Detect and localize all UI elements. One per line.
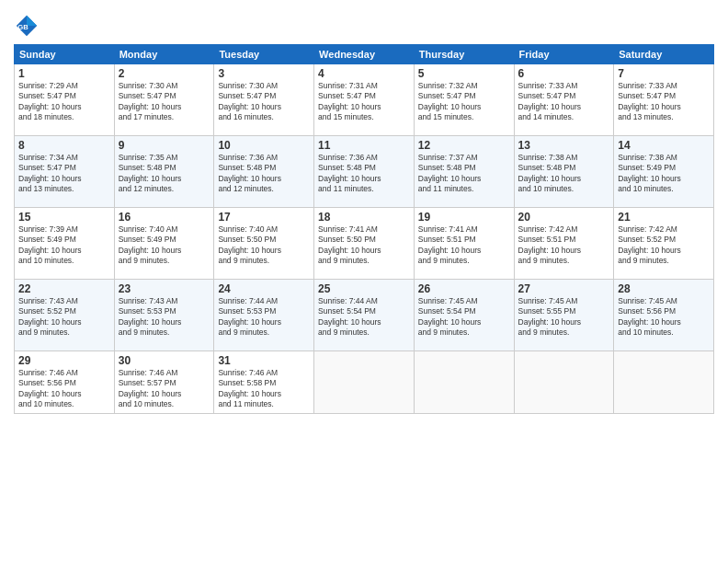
calendar-cell: 23Sunrise: 7:43 AMSunset: 5:53 PMDayligh…	[114, 280, 214, 351]
calendar-cell: 3Sunrise: 7:30 AMSunset: 5:47 PMDaylight…	[214, 64, 314, 136]
day-info: Sunrise: 7:43 AMSunset: 5:52 PMDaylight:…	[18, 296, 110, 339]
day-number: 28	[618, 282, 710, 295]
calendar-header-saturday: Saturday	[614, 45, 714, 64]
day-info: Sunrise: 7:43 AMSunset: 5:53 PMDaylight:…	[119, 296, 210, 339]
day-info: Sunrise: 7:34 AMSunset: 5:47 PMDaylight:…	[18, 153, 110, 195]
day-info: Sunrise: 7:41 AMSunset: 5:50 PMDaylight:…	[318, 224, 410, 267]
day-number: 20	[518, 211, 610, 224]
day-info: Sunrise: 7:42 AMSunset: 5:51 PMDaylight:…	[518, 224, 610, 267]
day-number: 1	[18, 67, 110, 80]
day-info: Sunrise: 7:36 AMSunset: 5:48 PMDaylight:…	[318, 153, 410, 195]
calendar-cell: 7Sunrise: 7:33 AMSunset: 5:47 PMDaylight…	[614, 64, 714, 136]
day-number: 19	[418, 211, 510, 224]
calendar-cell: 2Sunrise: 7:30 AMSunset: 5:47 PMDaylight…	[114, 64, 214, 136]
calendar-cell: 14Sunrise: 7:38 AMSunset: 5:49 PMDayligh…	[614, 136, 714, 208]
calendar-cell: 11Sunrise: 7:36 AMSunset: 5:48 PMDayligh…	[314, 136, 415, 208]
calendar-cell: 4Sunrise: 7:31 AMSunset: 5:47 PMDaylight…	[314, 64, 415, 136]
day-number: 26	[418, 282, 510, 295]
calendar-header-thursday: Thursday	[414, 45, 514, 64]
calendar-header-sunday: Sunday	[15, 45, 115, 64]
day-number: 8	[18, 139, 110, 152]
day-info: Sunrise: 7:32 AMSunset: 5:47 PMDaylight:…	[418, 81, 510, 123]
day-info: Sunrise: 7:30 AMSunset: 5:47 PMDaylight:…	[119, 81, 210, 123]
calendar-cell: 5Sunrise: 7:32 AMSunset: 5:47 PMDaylight…	[414, 64, 514, 136]
svg-text:GB: GB	[17, 23, 28, 31]
calendar-cell: 9Sunrise: 7:35 AMSunset: 5:48 PMDaylight…	[114, 136, 214, 208]
day-number: 9	[119, 139, 210, 152]
day-info: Sunrise: 7:46 AMSunset: 5:56 PMDaylight:…	[18, 368, 110, 410]
calendar-header-wednesday: Wednesday	[314, 45, 415, 64]
day-number: 24	[218, 282, 310, 295]
calendar-cell: 24Sunrise: 7:44 AMSunset: 5:53 PMDayligh…	[214, 280, 314, 351]
day-number: 25	[318, 282, 410, 295]
calendar-header-row: SundayMondayTuesdayWednesdayThursdayFrid…	[15, 45, 714, 64]
day-number: 27	[518, 282, 610, 295]
calendar-cell	[614, 351, 714, 414]
calendar-cell: 12Sunrise: 7:37 AMSunset: 5:48 PMDayligh…	[414, 136, 514, 208]
calendar-cell: 26Sunrise: 7:45 AMSunset: 5:54 PMDayligh…	[414, 280, 514, 351]
day-info: Sunrise: 7:39 AMSunset: 5:49 PMDaylight:…	[18, 224, 110, 267]
day-info: Sunrise: 7:33 AMSunset: 5:47 PMDaylight:…	[518, 81, 610, 123]
day-number: 14	[618, 139, 710, 152]
calendar-cell: 1Sunrise: 7:29 AMSunset: 5:47 PMDaylight…	[15, 64, 115, 136]
day-info: Sunrise: 7:46 AMSunset: 5:57 PMDaylight:…	[119, 368, 210, 410]
calendar-cell: 22Sunrise: 7:43 AMSunset: 5:52 PMDayligh…	[15, 280, 115, 351]
day-info: Sunrise: 7:36 AMSunset: 5:48 PMDaylight:…	[218, 153, 310, 195]
day-number: 30	[119, 354, 210, 367]
calendar-cell: 27Sunrise: 7:45 AMSunset: 5:55 PMDayligh…	[514, 280, 614, 351]
calendar-cell: 20Sunrise: 7:42 AMSunset: 5:51 PMDayligh…	[514, 208, 614, 280]
day-info: Sunrise: 7:31 AMSunset: 5:47 PMDaylight:…	[318, 81, 410, 123]
day-info: Sunrise: 7:44 AMSunset: 5:54 PMDaylight:…	[318, 296, 410, 339]
day-number: 29	[18, 354, 110, 367]
day-info: Sunrise: 7:41 AMSunset: 5:51 PMDaylight:…	[418, 224, 510, 267]
calendar-cell: 15Sunrise: 7:39 AMSunset: 5:49 PMDayligh…	[15, 208, 115, 280]
calendar-cell: 16Sunrise: 7:40 AMSunset: 5:49 PMDayligh…	[114, 208, 214, 280]
day-info: Sunrise: 7:40 AMSunset: 5:49 PMDaylight:…	[119, 224, 210, 267]
day-number: 5	[418, 67, 510, 80]
calendar-cell: 17Sunrise: 7:40 AMSunset: 5:50 PMDayligh…	[214, 208, 314, 280]
day-number: 23	[119, 282, 210, 295]
calendar-cell: 19Sunrise: 7:41 AMSunset: 5:51 PMDayligh…	[414, 208, 514, 280]
header: GB	[14, 9, 714, 39]
day-number: 6	[518, 67, 610, 80]
day-info: Sunrise: 7:42 AMSunset: 5:52 PMDaylight:…	[618, 224, 710, 267]
calendar-cell: 8Sunrise: 7:34 AMSunset: 5:47 PMDaylight…	[15, 136, 115, 208]
calendar-cell	[314, 351, 415, 414]
day-number: 22	[18, 282, 110, 295]
day-info: Sunrise: 7:35 AMSunset: 5:48 PMDaylight:…	[119, 153, 210, 195]
day-info: Sunrise: 7:45 AMSunset: 5:55 PMDaylight:…	[518, 296, 610, 339]
calendar-table: SundayMondayTuesdayWednesdayThursdayFrid…	[14, 44, 714, 414]
day-number: 13	[518, 139, 610, 152]
day-info: Sunrise: 7:30 AMSunset: 5:47 PMDaylight:…	[218, 81, 310, 123]
calendar-header-monday: Monday	[114, 45, 214, 64]
calendar-cell: 30Sunrise: 7:46 AMSunset: 5:57 PMDayligh…	[114, 351, 214, 414]
day-number: 16	[119, 211, 210, 224]
calendar-cell: 31Sunrise: 7:46 AMSunset: 5:58 PMDayligh…	[214, 351, 314, 414]
logo: GB	[14, 13, 41, 39]
calendar-cell: 28Sunrise: 7:45 AMSunset: 5:56 PMDayligh…	[614, 280, 714, 351]
calendar-cell: 6Sunrise: 7:33 AMSunset: 5:47 PMDaylight…	[514, 64, 614, 136]
calendar-cell: 25Sunrise: 7:44 AMSunset: 5:54 PMDayligh…	[314, 280, 415, 351]
day-number: 2	[119, 67, 210, 80]
day-info: Sunrise: 7:37 AMSunset: 5:48 PMDaylight:…	[418, 153, 510, 195]
logo-icon: GB	[14, 13, 40, 39]
day-number: 17	[218, 211, 310, 224]
day-number: 3	[218, 67, 310, 80]
day-number: 4	[318, 67, 410, 80]
calendar-cell: 29Sunrise: 7:46 AMSunset: 5:56 PMDayligh…	[15, 351, 115, 414]
day-number: 11	[318, 139, 410, 152]
day-info: Sunrise: 7:33 AMSunset: 5:47 PMDaylight:…	[618, 81, 710, 123]
day-info: Sunrise: 7:29 AMSunset: 5:47 PMDaylight:…	[18, 81, 110, 123]
day-info: Sunrise: 7:46 AMSunset: 5:58 PMDaylight:…	[218, 368, 310, 410]
calendar-cell	[414, 351, 514, 414]
day-info: Sunrise: 7:38 AMSunset: 5:49 PMDaylight:…	[618, 153, 710, 195]
day-number: 31	[218, 354, 310, 367]
day-info: Sunrise: 7:38 AMSunset: 5:48 PMDaylight:…	[518, 153, 610, 195]
day-info: Sunrise: 7:45 AMSunset: 5:56 PMDaylight:…	[618, 296, 710, 339]
day-number: 15	[18, 211, 110, 224]
calendar-cell	[514, 351, 614, 414]
day-number: 21	[618, 211, 710, 224]
day-number: 12	[418, 139, 510, 152]
day-number: 18	[318, 211, 410, 224]
calendar-cell: 10Sunrise: 7:36 AMSunset: 5:48 PMDayligh…	[214, 136, 314, 208]
